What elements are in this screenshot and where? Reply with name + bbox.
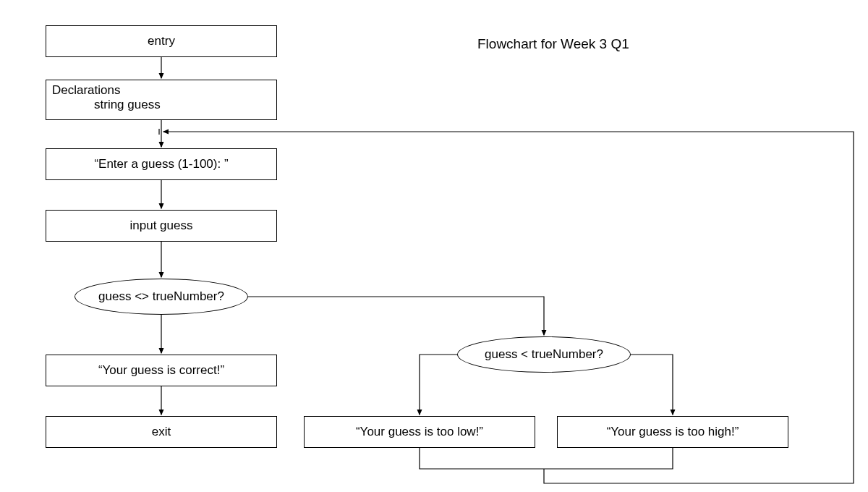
flowchart-title: Flowchart for Week 3 Q1 <box>477 36 629 52</box>
node-decision-not-equal: guess <> trueNumber? <box>75 279 248 315</box>
node-too-low-label: “Your guess is too low!” <box>356 425 483 439</box>
node-entry-label: entry <box>148 34 175 48</box>
node-prompt: “Enter a guess (1-100): ” <box>46 148 277 180</box>
node-entry: entry <box>46 25 277 57</box>
node-input-label: input guess <box>130 219 193 233</box>
node-declarations-header: Declarations <box>52 83 271 98</box>
node-too-low: “Your guess is too low!” <box>304 416 535 448</box>
node-declarations: Declarations string guess <box>46 80 277 120</box>
node-correct: “Your guess is correct!” <box>46 355 277 386</box>
node-decision-less-than: guess < trueNumber? <box>457 336 631 373</box>
node-exit-label: exit <box>152 425 171 439</box>
node-too-high-label: “Your guess is too high!” <box>607 425 739 439</box>
node-exit: exit <box>46 416 277 448</box>
node-correct-label: “Your guess is correct!” <box>98 363 224 378</box>
node-too-high: “Your guess is too high!” <box>557 416 788 448</box>
node-prompt-label: “Enter a guess (1-100): ” <box>94 157 228 171</box>
node-declarations-body: string guess <box>52 98 271 112</box>
node-decision-less-than-label: guess < trueNumber? <box>485 347 603 362</box>
node-input: input guess <box>46 210 277 242</box>
node-decision-not-equal-label: guess <> trueNumber? <box>98 289 224 304</box>
